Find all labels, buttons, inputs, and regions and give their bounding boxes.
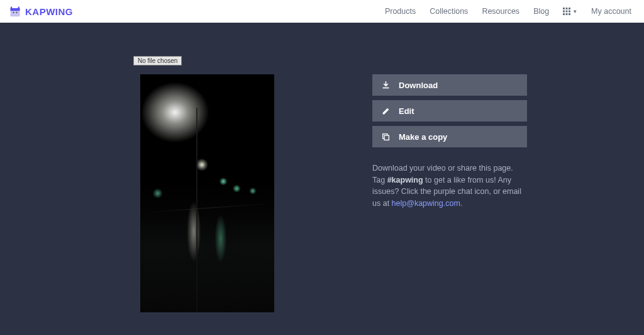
edit-icon xyxy=(381,106,390,115)
nav-blog[interactable]: Blog xyxy=(533,7,549,16)
svg-rect-9 xyxy=(569,11,570,13)
help-period: . xyxy=(460,199,462,208)
main-area: No file chosen Download Edit xyxy=(0,23,644,335)
help-email[interactable]: help@kapwing.com xyxy=(392,199,460,208)
svg-rect-12 xyxy=(569,13,570,15)
chevron-down-icon: ▼ xyxy=(572,9,577,14)
brand[interactable]: KAPWING xyxy=(9,5,73,18)
svg-point-2 xyxy=(13,12,14,13)
svg-rect-11 xyxy=(566,13,568,15)
make-copy-label: Make a copy xyxy=(399,132,447,142)
nav-collections[interactable]: Collections xyxy=(430,7,468,16)
svg-rect-5 xyxy=(566,8,568,9)
svg-rect-6 xyxy=(569,8,570,9)
edit-button[interactable]: Edit xyxy=(372,100,527,122)
download-icon xyxy=(381,81,390,89)
copy-icon xyxy=(381,132,390,141)
svg-rect-13 xyxy=(382,87,389,88)
make-copy-button[interactable]: Make a copy xyxy=(372,126,527,147)
download-button[interactable]: Download xyxy=(372,74,527,96)
nav-products[interactable]: Products xyxy=(385,7,416,16)
svg-rect-15 xyxy=(384,135,389,140)
svg-rect-8 xyxy=(566,11,568,13)
svg-rect-10 xyxy=(563,13,565,15)
file-chooser-label[interactable]: No file chosen xyxy=(133,56,182,65)
action-panel: Download Edit Make a copy Download your … xyxy=(372,74,527,209)
grid-icon xyxy=(563,8,570,15)
nav-apps-dropdown[interactable]: ▼ xyxy=(563,8,577,15)
video-preview[interactable] xyxy=(140,74,274,312)
video-frame xyxy=(140,74,274,312)
help-text: Download your video or share this page. … xyxy=(372,162,527,209)
svg-rect-7 xyxy=(563,11,565,13)
download-label: Download xyxy=(399,81,438,90)
svg-rect-1 xyxy=(11,8,20,11)
help-hashtag: #kapwing xyxy=(387,176,423,185)
edit-label: Edit xyxy=(399,106,414,116)
nav-resources[interactable]: Resources xyxy=(482,7,519,16)
top-nav: KAPWING Products Collections Resources B… xyxy=(0,0,644,23)
brand-logo-icon xyxy=(9,5,21,18)
brand-text: KAPWING xyxy=(25,6,73,17)
nav-links: Products Collections Resources Blog ▼ My… xyxy=(385,7,631,16)
svg-point-3 xyxy=(16,12,18,13)
svg-rect-4 xyxy=(563,8,565,9)
nav-my-account[interactable]: My account xyxy=(591,7,631,16)
